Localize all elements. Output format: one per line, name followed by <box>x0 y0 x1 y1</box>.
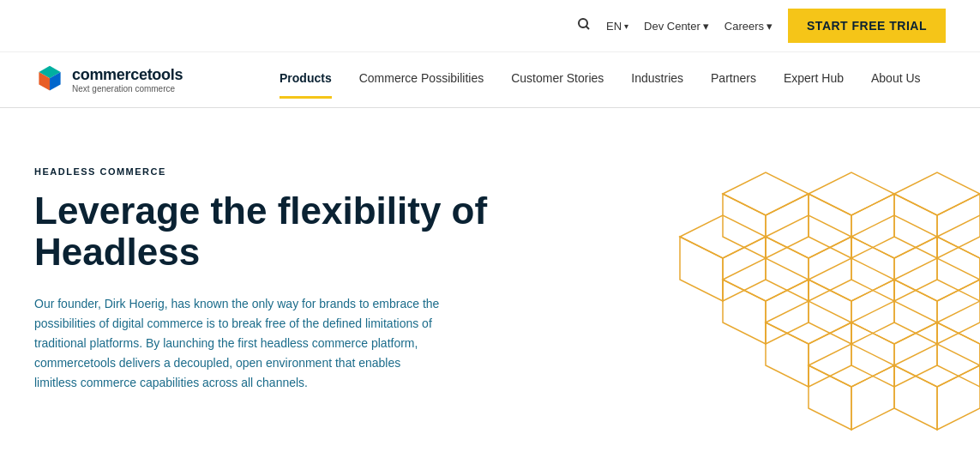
svg-marker-27 <box>723 280 766 344</box>
main-nav: Products Commerce Possibilities Customer… <box>197 52 946 99</box>
svg-marker-49 <box>937 365 980 430</box>
careers-menu[interactable]: Careers ▾ <box>724 20 773 33</box>
cube-illustration-svg <box>611 125 980 434</box>
hero-section: HEADLESS COMMERCE Leverage the flexibili… <box>0 108 980 434</box>
logo-tagline: Next generation commerce <box>72 84 183 93</box>
hero-illustration <box>611 125 980 434</box>
logo-text: commercetools Next generation commerce <box>72 66 183 93</box>
svg-line-1 <box>586 27 589 30</box>
careers-label: Careers <box>724 20 764 33</box>
dev-center-arrow: ▾ <box>703 20 709 33</box>
careers-arrow: ▾ <box>767 20 773 33</box>
svg-marker-41 <box>937 301 980 344</box>
start-free-trial-button[interactable]: START FREE TRIAL <box>788 9 946 43</box>
svg-marker-11 <box>894 172 980 215</box>
dev-center-menu[interactable]: Dev Center ▾ <box>644 20 709 33</box>
svg-marker-5 <box>723 172 809 215</box>
hero-eyebrow: HEADLESS COMMERCE <box>34 166 489 177</box>
language-selector[interactable]: EN ▾ <box>606 20 628 33</box>
language-label: EN <box>606 20 622 33</box>
svg-marker-45 <box>809 365 851 430</box>
top-bar-controls: EN ▾ Dev Center ▾ Careers ▾ START FREE T… <box>577 9 946 43</box>
svg-marker-36 <box>766 322 809 387</box>
hero-title: Leverage the flexibility of Headless <box>34 190 489 274</box>
nav-item-partners[interactable]: Partners <box>697 52 770 99</box>
nav-item-customer-stories[interactable]: Customer Stories <box>497 52 617 99</box>
top-bar: EN ▾ Dev Center ▾ Careers ▾ START FREE T… <box>0 0 980 52</box>
nav-item-commerce-possibilities[interactable]: Commerce Possibilities <box>346 52 497 99</box>
language-arrow: ▾ <box>624 21 628 31</box>
svg-marker-15 <box>680 237 723 301</box>
hero-content: HEADLESS COMMERCE Leverage the flexibili… <box>34 166 489 393</box>
nav-item-products[interactable]: Products <box>266 52 346 99</box>
nav-item-expert-hub[interactable]: Expert Hub <box>770 52 857 99</box>
hero-body: Our founder, Dirk Hoerig, has known the … <box>34 294 446 393</box>
header: commercetools Next generation commerce P… <box>0 52 980 108</box>
svg-marker-48 <box>894 365 937 430</box>
nav-item-industries[interactable]: Industries <box>617 52 697 99</box>
search-icon[interactable] <box>577 17 591 34</box>
dev-center-label: Dev Center <box>644 20 700 33</box>
svg-marker-46 <box>851 365 894 430</box>
logo-icon <box>34 64 65 95</box>
logo-name: commercetools <box>72 66 183 84</box>
nav-item-about-us[interactable]: About Us <box>857 52 935 99</box>
svg-marker-23 <box>937 215 980 258</box>
logo[interactable]: commercetools Next generation commerce <box>34 52 197 107</box>
svg-marker-8 <box>809 172 894 215</box>
